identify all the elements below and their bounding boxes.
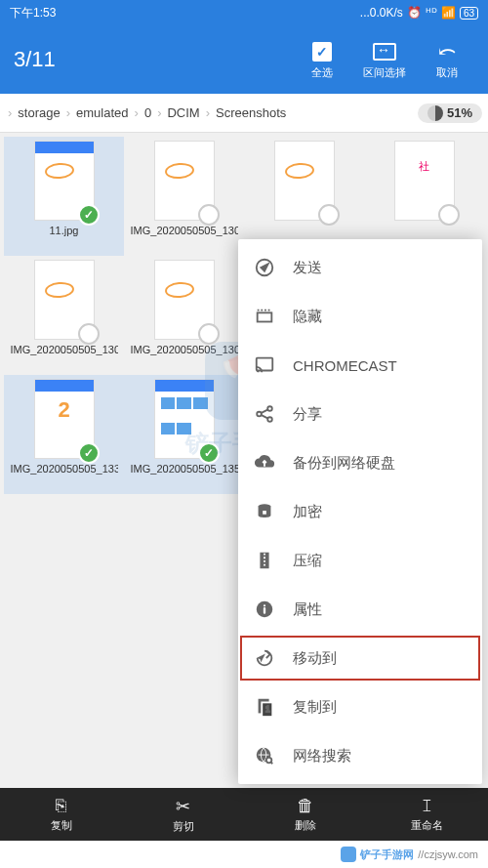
file-thumbnail: 2 <box>34 379 95 459</box>
chevron-right-icon: › <box>204 105 212 120</box>
move-to-icon <box>254 647 275 669</box>
file-item[interactable]: 社 <box>364 137 484 256</box>
menu-send[interactable]: 发送 <box>238 243 482 292</box>
watermark-logo-icon <box>341 847 356 862</box>
file-thumbnail <box>154 260 215 340</box>
svg-rect-1 <box>258 312 272 321</box>
trash-icon: 🗑 <box>297 796 314 816</box>
breadcrumb: › storage › emulated › 0 › DCIM › Screen… <box>0 94 488 133</box>
signal-icon: ᴴᴰ <box>426 6 437 20</box>
crumb-storage[interactable]: storage <box>14 105 63 120</box>
alarm-icon: ⏰ <box>407 6 422 20</box>
range-icon <box>373 40 396 63</box>
undo-icon: ⤺ <box>435 40 459 63</box>
crumb-dcim[interactable]: DCIM <box>163 105 203 120</box>
file-thumbnail <box>34 260 95 340</box>
compress-icon <box>254 550 275 571</box>
menu-chromecast[interactable]: CHROMECAST <box>238 341 482 390</box>
file-thumbnail <box>34 141 95 221</box>
chevron-right-icon: › <box>6 105 14 120</box>
menu-backup[interactable]: 备份到网络硬盘 <box>238 438 482 487</box>
menu-properties[interactable]: 属性 <box>238 585 482 634</box>
range-select-button[interactable]: 区间选择 <box>357 40 412 80</box>
storage-percent: 51% <box>447 105 472 120</box>
scissors-icon: ✂ <box>176 796 190 817</box>
select-all-button[interactable]: 全选 <box>295 40 349 80</box>
file-name: IMG_2020050505_133533.j <box>11 463 118 490</box>
file-item[interactable] <box>244 137 364 256</box>
cloud-upload-icon <box>254 452 275 474</box>
menu-move-to[interactable]: 移动到 <box>238 634 482 682</box>
file-name: IMG_2020050505_130507.j <box>11 344 118 371</box>
crumb-0[interactable]: 0 <box>141 105 155 120</box>
copy-icon: ⎘ <box>56 796 66 816</box>
copy-to-icon: 1 <box>254 696 275 718</box>
info-icon <box>254 599 275 620</box>
status-time: 下午1:53 <box>10 5 56 21</box>
menu-compress[interactable]: 压缩 <box>238 536 482 585</box>
cut-button[interactable]: ✂ 剪切 <box>122 788 244 841</box>
status-indicators: ...0.0K/s ⏰ ᴴᴰ 📶 63 <box>360 6 478 20</box>
svg-rect-7 <box>263 511 266 515</box>
selection-counter: 3/11 <box>14 47 295 72</box>
copy-button[interactable]: ⎘ 复制 <box>0 788 122 841</box>
share-icon <box>254 403 275 425</box>
check-icon <box>310 40 334 63</box>
unselected-circle-icon <box>78 323 100 345</box>
file-name: IMG_2020050505_130345.j <box>131 225 238 252</box>
hide-icon <box>254 306 275 327</box>
file-thumbnail <box>274 141 335 221</box>
wifi-icon: 📶 <box>441 6 456 20</box>
svg-rect-2 <box>257 358 273 371</box>
context-menu: 发送 隐藏 CHROMECAST 分享 备份到网络硬盘 加密 压缩 属性 移动到… <box>238 239 482 784</box>
menu-web-search[interactable]: 网络搜索 <box>238 731 482 780</box>
crumb-screenshots[interactable]: Screenshots <box>212 105 290 120</box>
file-name: IMG_2020050505_135159.j <box>131 463 238 490</box>
storage-indicator[interactable]: 51% <box>418 103 482 123</box>
bottom-action-bar: ⎘ 复制 ✂ 剪切 🗑 删除 𝙸 重命名 <box>0 788 488 841</box>
selected-check-icon <box>78 204 100 226</box>
rename-icon: 𝙸 <box>421 796 433 816</box>
unselected-circle-icon <box>198 204 220 226</box>
encrypt-icon <box>254 501 275 522</box>
watermark-url: //czjsyw.com <box>418 848 478 860</box>
unselected-circle-icon <box>318 204 340 226</box>
cancel-button[interactable]: ⤺ 取消 <box>420 40 474 80</box>
chevron-right-icon: › <box>133 105 141 120</box>
file-name: 11.jpg <box>50 225 79 252</box>
unselected-circle-icon <box>438 204 460 226</box>
watermark-brand: 铲子手游网 <box>360 847 414 862</box>
menu-encrypt[interactable]: 加密 <box>238 487 482 536</box>
menu-hide[interactable]: 隐藏 <box>238 292 482 341</box>
globe-search-icon <box>254 745 275 766</box>
file-thumbnail: 社 <box>394 141 455 221</box>
crumb-emulated[interactable]: emulated <box>72 105 132 120</box>
file-name: IMG_2020050505_130536.j <box>131 344 238 371</box>
watermark-footer: 铲子手游网 //czjsyw.com <box>0 841 488 868</box>
chevron-right-icon: › <box>155 105 163 120</box>
chevron-right-icon: › <box>64 105 72 120</box>
file-item[interactable]: IMG_2020050505_130507.j <box>4 256 124 375</box>
pie-chart-icon <box>427 105 443 121</box>
selection-header: 3/11 全选 区间选择 ⤺ 取消 <box>0 25 488 94</box>
delete-button[interactable]: 🗑 删除 <box>244 788 366 841</box>
file-item[interactable]: 2 IMG_2020050505_133533.j <box>4 375 124 494</box>
rename-button[interactable]: 𝙸 重命名 <box>366 788 488 841</box>
selected-check-icon <box>78 442 100 464</box>
status-bar: 下午1:53 ...0.0K/s ⏰ ᴴᴰ 📶 63 <box>0 0 488 25</box>
chromecast-icon <box>254 354 275 376</box>
file-thumbnail <box>154 141 215 221</box>
file-item[interactable]: IMG_2020050505_130536.j <box>124 256 244 375</box>
file-thumbnail <box>154 379 215 459</box>
battery-icon: 63 <box>460 7 478 20</box>
selected-check-icon <box>198 442 220 464</box>
menu-copy-to[interactable]: 1 复制到 <box>238 682 482 731</box>
menu-share[interactable]: 分享 <box>238 390 482 438</box>
file-item[interactable]: IMG_2020050505_135159.j <box>124 375 244 494</box>
file-item[interactable]: IMG_2020050505_130345.j <box>124 137 244 256</box>
svg-text:1: 1 <box>265 705 270 714</box>
send-icon <box>254 257 275 278</box>
file-item[interactable]: 11.jpg <box>4 137 124 256</box>
unselected-circle-icon <box>198 323 220 345</box>
